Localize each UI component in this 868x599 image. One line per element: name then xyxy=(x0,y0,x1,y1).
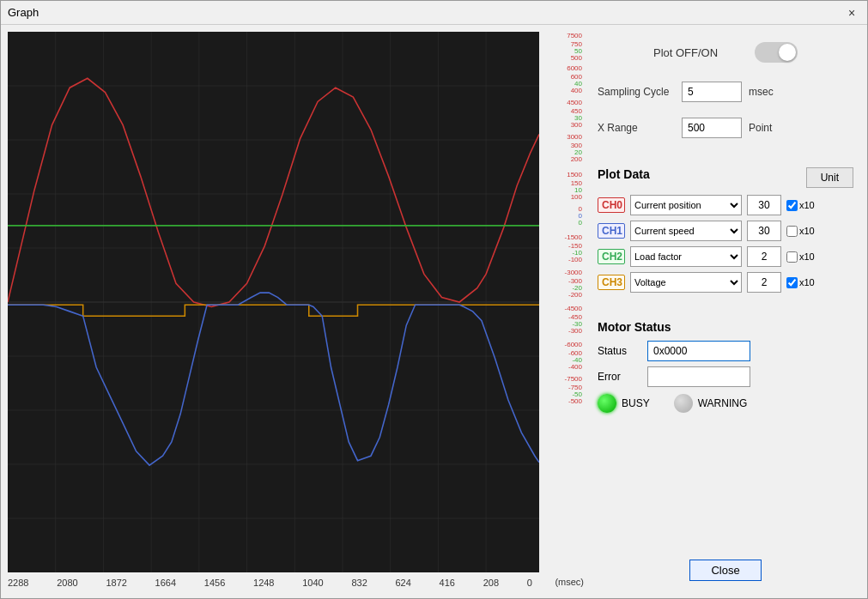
status-input[interactable] xyxy=(647,341,750,361)
graph-area: 7500 750 50 500 6000 600 40 400 4500 450… xyxy=(1,25,584,598)
motor-status-title: Motor Status xyxy=(598,320,853,334)
close-button[interactable]: Close xyxy=(689,560,761,581)
close-button-container: Close xyxy=(598,553,853,581)
ch3-label: CH3 xyxy=(598,275,625,290)
x-range-row: X Range Point xyxy=(598,118,853,138)
ch3-select[interactable]: Current position Current speed Load fact… xyxy=(630,272,742,293)
y-axis-labels: 7500 750 50 500 6000 600 40 400 4500 450… xyxy=(539,32,584,572)
plot-toggle-row: Plot OFF/ON xyxy=(598,42,853,63)
graph-container: 7500 750 50 500 6000 600 40 400 4500 450… xyxy=(8,32,584,572)
indicator-row: BUSY WARNING xyxy=(598,394,853,413)
ch1-row: CH1 Current position Current speed Load … xyxy=(598,221,853,241)
ch1-select[interactable]: Current position Current speed Load fact… xyxy=(630,221,742,241)
ch1-scale-input[interactable] xyxy=(747,221,781,241)
plot-data-title: Plot Data xyxy=(598,167,650,181)
ch2-row: CH2 Current position Current speed Load … xyxy=(598,246,853,267)
main-content: 7500 750 50 500 6000 600 40 400 4500 450… xyxy=(1,25,867,598)
x-axis-labels: 2288 2080 1872 1664 1456 1248 1040 832 6… xyxy=(8,576,532,588)
toggle-knob xyxy=(779,44,796,61)
graph-canvas xyxy=(8,32,539,572)
busy-label: BUSY xyxy=(622,397,650,409)
main-window: Graph × xyxy=(0,0,868,599)
error-label: Error xyxy=(598,371,640,383)
title-bar: Graph × xyxy=(1,1,867,25)
x-axis-unit: (msec) xyxy=(532,577,584,587)
ch2-scale-input[interactable] xyxy=(747,246,781,267)
window-title: Graph xyxy=(8,6,39,19)
sampling-cycle-row: Sampling Cycle msec xyxy=(598,82,853,102)
window-close-button[interactable]: × xyxy=(843,4,860,21)
error-row: Error xyxy=(598,366,853,387)
ch0-x10-label: x10 xyxy=(786,200,815,211)
ch1-label: CH1 xyxy=(598,223,625,239)
ch2-x10-checkbox[interactable] xyxy=(786,251,798,263)
plot-toggle-switch[interactable] xyxy=(755,42,798,63)
sampling-cycle-unit: msec xyxy=(749,86,774,98)
plot-data-section: Plot Data Unit CH0 Current position Curr… xyxy=(598,167,853,298)
ch1-x10-label: x10 xyxy=(786,226,815,237)
x-range-input[interactable] xyxy=(682,118,742,138)
status-row: Status xyxy=(598,341,853,361)
warning-indicator: WARNING xyxy=(674,394,748,413)
sampling-cycle-label: Sampling Cycle xyxy=(598,86,675,98)
graph-svg xyxy=(8,32,539,572)
warning-label: WARNING xyxy=(698,397,748,409)
ch0-select[interactable]: Current position Current speed Load fact… xyxy=(630,195,742,215)
ch2-select[interactable]: Current position Current speed Load fact… xyxy=(630,246,742,267)
x-axis-row: 2288 2080 1872 1664 1456 1248 1040 832 6… xyxy=(8,572,584,591)
ch3-x10-checkbox[interactable] xyxy=(786,277,798,288)
plot-off-on-label: Plot OFF/ON xyxy=(653,46,748,59)
busy-light xyxy=(598,394,616,413)
ch0-row: CH0 Current position Current speed Load … xyxy=(598,195,853,215)
x-range-label: X Range xyxy=(598,122,675,134)
ch3-x10-label: x10 xyxy=(786,277,815,288)
ch3-row: CH3 Current position Current speed Load … xyxy=(598,272,853,293)
warning-light xyxy=(674,394,693,413)
busy-indicator: BUSY xyxy=(598,394,650,413)
ch0-scale-input[interactable] xyxy=(747,195,781,215)
ch3-scale-input[interactable] xyxy=(747,272,781,293)
unit-button[interactable]: Unit xyxy=(806,167,853,188)
status-label: Status xyxy=(598,345,640,357)
ch2-x10-label: x10 xyxy=(786,251,815,263)
error-input[interactable] xyxy=(647,366,750,387)
ch2-label: CH2 xyxy=(598,249,625,264)
ch0-label: CH0 xyxy=(598,197,625,213)
motor-status-section: Motor Status Status Error BUSY xyxy=(598,320,853,413)
plot-data-header: Plot Data Unit xyxy=(598,167,853,188)
sampling-cycle-input[interactable] xyxy=(682,82,742,102)
x-range-unit: Point xyxy=(749,122,772,134)
right-panel: Plot OFF/ON Sampling Cycle msec X Range … xyxy=(584,25,867,598)
ch0-x10-checkbox[interactable] xyxy=(786,200,798,211)
ch1-x10-checkbox[interactable] xyxy=(786,226,798,237)
